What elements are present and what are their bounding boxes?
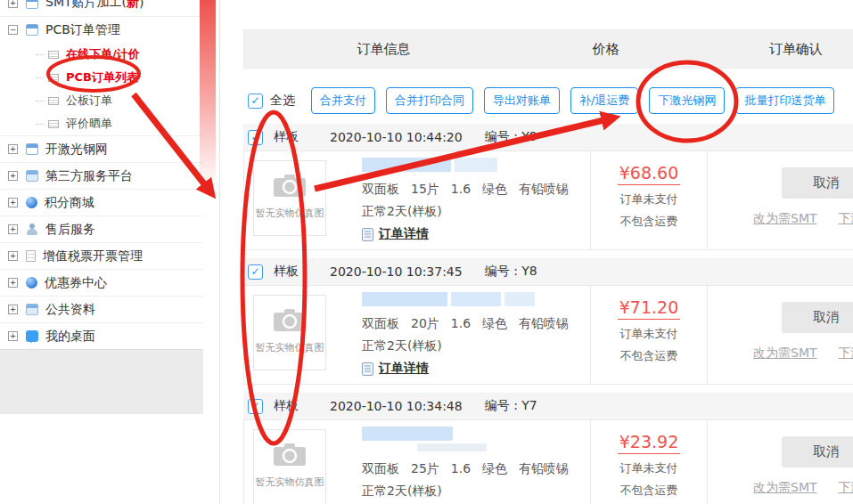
select-all-checkbox[interactable]: ✓ [248, 93, 263, 109]
lead-time: 正常2天(样板) [362, 484, 580, 500]
window-icon [26, 143, 38, 155]
spec-item: 有铅喷锡 [519, 316, 569, 330]
expand-icon[interactable]: + [8, 278, 18, 288]
order-action-cell: 取消 改为需SMT 下激 [707, 420, 853, 504]
change-to-smt-link[interactable]: 改为需SMT [753, 211, 817, 227]
document-icon [362, 228, 373, 241]
order-checkbox[interactable]: ✓ [248, 264, 263, 280]
lead-time: 正常2天(样板) [362, 204, 580, 220]
spec-item: 绿色 [482, 182, 507, 196]
board-preview-placeholder: 暂无实物仿真图 [253, 295, 326, 370]
camera-icon [273, 308, 307, 332]
toolbar-button[interactable]: 导出对账单 [484, 87, 560, 114]
sidebar-item[interactable]: +售后服务 [0, 215, 203, 242]
sidebar-footer-panel [0, 349, 203, 414]
order-card-header: ✓ 样板 2020-10-10 10:34:48 编号 : Y7 [243, 393, 853, 419]
sidebar-item-label: 售后服务 [45, 222, 95, 238]
order-card-header: ✓ 样板 2020-10-10 10:37:45 编号 : Y8 [243, 258, 853, 285]
order-info-cell: 暂无实物仿真图 双面板15片1.6绿色有铅喷锡 正常2天(样板) 订单详情 [244, 151, 590, 249]
camera-icon [273, 443, 307, 467]
sidebar-item[interactable]: 在线下单/计价 [0, 43, 203, 66]
expand-icon[interactable]: + [8, 0, 18, 8]
change-to-smt-link[interactable]: 改为需SMT [753, 480, 817, 496]
cancel-order-button[interactable]: 取消 [782, 302, 853, 333]
order-code: 编号 : Y7 [485, 398, 537, 414]
no-image-text: 暂无实物仿真图 [256, 341, 324, 354]
new-badge: 新 [127, 0, 139, 11]
board-preview-placeholder: 暂无实物仿真图 [253, 429, 326, 504]
window-icon [26, 0, 38, 9]
collapse-icon[interactable]: − [8, 25, 18, 35]
toolbar-button[interactable]: 合并打印合同 [386, 87, 473, 114]
order-datetime: 2020-10-10 10:44:20 [330, 130, 463, 144]
order-laser-stencil-link[interactable]: 下激 [839, 345, 853, 362]
order-datetime: 2020-10-10 10:34:48 [330, 399, 463, 413]
pay-status: 订单未支付 [591, 460, 707, 476]
expand-icon[interactable]: + [8, 251, 18, 261]
sidebar-item[interactable]: +优惠券中心 [0, 269, 203, 296]
sidebar: +SMT贴片加工(新)−PCB订单管理在线下单/计价PCB订单列表公板订单评价晒… [0, 0, 203, 504]
order-card-body: 暂无实物仿真图 双面板20片1.6绿色有铅喷锡 正常2天(样板) 订单详情 [243, 285, 853, 385]
expand-icon[interactable]: + [8, 198, 18, 207]
redacted-board-name [362, 158, 580, 172]
pay-status: 订单未支付 [591, 326, 707, 342]
order-detail-link[interactable]: 订单详情 [379, 226, 429, 242]
order-price: ¥68.60 [618, 163, 680, 185]
redacted-board-name [362, 427, 580, 451]
sidebar-item[interactable]: PCB订单列表 [0, 66, 203, 89]
cancel-order-button[interactable]: 取消 [782, 167, 853, 199]
camera-icon [273, 174, 307, 198]
sidebar-item[interactable]: +公共资料 [0, 296, 203, 322]
spec-item: 双面板 [362, 182, 399, 196]
no-image-text: 暂无实物仿真图 [256, 207, 324, 220]
cancel-order-button[interactable]: 取消 [782, 436, 853, 467]
sidebar-item-label: SMT贴片加工( [45, 0, 127, 11]
sidebar-item[interactable]: 评价晒单 [0, 112, 203, 135]
batch-toolbar: ✓ 全选 合并支付合并打印合同导出对账单补/退运费下激光钢网批量打印送货单 [243, 86, 853, 115]
sidebar-item[interactable]: +我的桌面 [0, 322, 203, 349]
order-price: ¥71.20 [618, 297, 680, 320]
order-card-body: 暂无实物仿真图 双面板15片1.6绿色有铅喷锡 正常2天(样板) 订单详情 [243, 150, 853, 250]
window-pic-icon [26, 304, 38, 315]
order-specs: 双面板20片1.6绿色有铅喷锡 [362, 316, 580, 332]
order-info-cell: 暂无实物仿真图 双面板20片1.6绿色有铅喷锡 正常2天(样板) 订单详情 [244, 286, 590, 384]
expand-icon[interactable]: + [8, 305, 18, 314]
toolbar-button[interactable]: 补/退运费 [570, 87, 638, 114]
expand-icon[interactable]: + [8, 331, 18, 341]
board-preview-placeholder: 暂无实物仿真图 [253, 160, 326, 236]
spec-item: 绿色 [482, 316, 507, 330]
order-detail-link[interactable]: 订单详情 [379, 361, 429, 377]
sidebar-item[interactable]: +积分商城 [0, 189, 203, 215]
order-laser-stencil-link[interactable]: 下激 [839, 211, 853, 227]
order-checkbox[interactable]: ✓ [248, 130, 263, 145]
sidebar-item-label: 开激光钢网 [45, 142, 108, 158]
sidebar-item-label: 评价晒单 [66, 116, 112, 132]
sidebar-item[interactable]: +增值税票开票管理 [0, 242, 203, 269]
pay-status: 订单未支付 [591, 191, 707, 207]
sidebar-item[interactable]: −PCB订单管理 [0, 16, 203, 43]
column-order-info: 订单信息 [244, 41, 522, 58]
toolbar-button[interactable]: 批量打印送货单 [735, 87, 834, 114]
sidebar-item[interactable]: 公板订单 [0, 89, 203, 112]
sidebar-item-label: 公板订单 [66, 93, 112, 109]
order-laser-stencil-link[interactable]: 下激 [839, 480, 853, 496]
window-pic-icon [26, 170, 38, 182]
expand-icon[interactable]: + [8, 171, 18, 181]
expand-icon[interactable]: + [8, 144, 18, 154]
list-icon [48, 97, 59, 105]
sidebar-item-label: 在线下单/计价 [66, 46, 140, 62]
sidebar-item[interactable]: +开激光钢网 [0, 135, 203, 162]
lead-time: 正常2天(样板) [362, 338, 580, 354]
chat-icon [26, 330, 38, 342]
sidebar-item[interactable]: +第三方服务平台 [0, 162, 203, 189]
window-icon [26, 24, 38, 36]
toolbar-button[interactable]: 合并支付 [311, 87, 375, 114]
expand-icon[interactable]: + [8, 224, 18, 234]
order-action-cell: 取消 改为需SMT 下激 [707, 286, 853, 384]
order-checkbox[interactable]: ✓ [248, 399, 263, 414]
sidebar-item[interactable]: +SMT贴片加工(新) [0, 0, 203, 16]
ball-icon [26, 277, 37, 289]
toolbar-button[interactable]: 下激光钢网 [649, 87, 725, 114]
change-to-smt-link[interactable]: 改为需SMT [753, 345, 817, 362]
order-price-cell: ¥68.60 订单未支付 不包含运费 [590, 151, 707, 249]
